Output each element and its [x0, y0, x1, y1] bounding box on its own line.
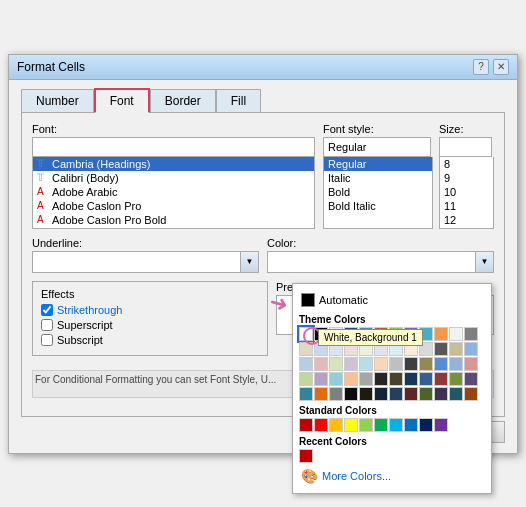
theme-color-swatch[interactable]	[329, 372, 343, 386]
theme-color-swatch[interactable]	[464, 342, 478, 356]
theme-color-swatch[interactable]	[449, 357, 463, 371]
font-icon-caslon-bold: A	[37, 214, 49, 225]
standard-color-swatch[interactable]	[329, 418, 343, 432]
superscript-checkbox[interactable]	[41, 319, 53, 331]
theme-color-swatch[interactable]	[389, 357, 403, 371]
standard-color-swatch[interactable]	[419, 418, 433, 432]
tab-border[interactable]: Border	[150, 89, 216, 114]
list-item[interactable]: Bold	[324, 185, 432, 199]
font-icon-fan-heiti: A	[37, 228, 49, 229]
theme-color-swatch[interactable]	[449, 342, 463, 356]
list-item[interactable]: Bold Italic	[324, 199, 432, 213]
dialog-body: Number Font Border Fill Font: 𝕋 Cambri	[9, 80, 517, 453]
tab-number[interactable]: Number	[21, 89, 94, 114]
standard-color-swatch[interactable]	[434, 418, 448, 432]
standard-color-swatch[interactable]	[374, 418, 388, 432]
theme-color-swatch[interactable]	[434, 327, 448, 341]
theme-color-swatch[interactable]	[449, 387, 463, 401]
recent-color-swatch[interactable]	[299, 449, 313, 463]
font-list[interactable]: 𝕋 Cambria (Headings) 𝕋 Calibri (Body) A …	[32, 157, 315, 229]
list-item[interactable]: Italic	[324, 171, 432, 185]
theme-color-swatch[interactable]	[299, 357, 313, 371]
font-input[interactable]	[32, 137, 315, 157]
theme-color-swatch[interactable]	[329, 357, 343, 371]
theme-color-swatch[interactable]	[344, 387, 358, 401]
list-item[interactable]: 9	[440, 171, 493, 185]
theme-color-swatch[interactable]	[314, 357, 328, 371]
style-list-container: Regular Italic Bold Bold Italic	[323, 137, 433, 229]
list-item[interactable]: 𝕋 Cambria (Headings)	[33, 157, 314, 171]
underline-dropdown-button[interactable]: ▼	[240, 252, 258, 272]
tab-font[interactable]: Font	[94, 88, 150, 113]
list-item[interactable]: 14	[440, 227, 493, 229]
theme-color-swatch[interactable]	[374, 387, 388, 401]
theme-color-swatch[interactable]	[434, 342, 448, 356]
theme-color-swatch[interactable]	[359, 372, 373, 386]
list-item[interactable]: A Adobe Arabic	[33, 185, 314, 199]
theme-color-swatch[interactable]	[299, 342, 313, 356]
theme-color-swatch[interactable]	[359, 357, 373, 371]
theme-color-swatch[interactable]	[419, 387, 433, 401]
style-list[interactable]: Regular Italic Bold Bold Italic	[323, 157, 433, 229]
strikethrough-checkbox[interactable]	[41, 304, 53, 316]
theme-color-swatch[interactable]	[314, 372, 328, 386]
more-colors-icon: 🎨	[301, 468, 318, 484]
theme-color-swatch[interactable]	[464, 387, 478, 401]
list-item[interactable]: 𝕋 Calibri (Body)	[33, 171, 314, 185]
color-label: Color:	[267, 237, 494, 249]
effects-label: Effects	[41, 288, 259, 300]
theme-color-swatch[interactable]	[344, 372, 358, 386]
underline-dropdown[interactable]: ▼	[32, 251, 259, 273]
list-item[interactable]: A Adobe Caslon Pro	[33, 199, 314, 213]
theme-color-swatch[interactable]	[434, 357, 448, 371]
theme-color-swatch[interactable]	[404, 387, 418, 401]
theme-color-swatch[interactable]	[434, 387, 448, 401]
theme-color-swatch[interactable]	[449, 372, 463, 386]
standard-color-swatch[interactable]	[359, 418, 373, 432]
theme-color-swatch[interactable]	[419, 372, 433, 386]
list-item[interactable]: A Adobe Caslon Pro Bold	[33, 213, 314, 227]
size-input[interactable]	[439, 137, 492, 157]
help-button[interactable]: ?	[473, 59, 489, 75]
theme-color-swatch[interactable]	[404, 357, 418, 371]
list-item[interactable]: A Adobe Fan Heiti Std B	[33, 227, 314, 229]
list-item[interactable]: Regular	[324, 157, 432, 171]
standard-color-swatch[interactable]	[299, 418, 313, 432]
theme-color-swatch[interactable]	[404, 372, 418, 386]
tab-fill[interactable]: Fill	[216, 89, 261, 114]
theme-color-swatch[interactable]	[299, 327, 313, 341]
more-colors-option[interactable]: 🎨 More Colors...	[299, 465, 485, 487]
automatic-color-option[interactable]: Automatic	[299, 290, 485, 310]
standard-color-swatch[interactable]	[314, 418, 328, 432]
theme-color-swatch[interactable]	[434, 372, 448, 386]
style-input[interactable]	[323, 137, 431, 157]
theme-color-swatch[interactable]	[374, 357, 388, 371]
color-dropdown-button[interactable]: ▼	[475, 252, 493, 272]
theme-color-swatch[interactable]	[299, 372, 313, 386]
standard-color-swatch[interactable]	[404, 418, 418, 432]
close-button[interactable]: ✕	[493, 59, 509, 75]
size-list[interactable]: 8 9 10 11 12 14	[439, 157, 494, 229]
theme-color-swatch[interactable]	[344, 357, 358, 371]
theme-color-swatch[interactable]	[329, 387, 343, 401]
color-dropdown[interactable]: ▼	[267, 251, 494, 273]
list-item[interactable]: 8	[440, 157, 493, 171]
theme-color-swatch[interactable]	[389, 387, 403, 401]
underline-color-row: Underline: ▼ Color: ▼	[32, 237, 494, 273]
theme-color-swatch[interactable]	[449, 327, 463, 341]
theme-color-swatch[interactable]	[464, 327, 478, 341]
theme-color-swatch[interactable]	[389, 372, 403, 386]
theme-color-swatch[interactable]	[464, 372, 478, 386]
theme-color-swatch[interactable]	[374, 372, 388, 386]
theme-color-swatch[interactable]	[419, 357, 433, 371]
list-item[interactable]: 12	[440, 213, 493, 227]
list-item[interactable]: 11	[440, 199, 493, 213]
theme-color-swatch[interactable]	[359, 387, 373, 401]
subscript-checkbox[interactable]	[41, 334, 53, 346]
theme-color-swatch[interactable]	[299, 387, 313, 401]
theme-color-swatch[interactable]	[464, 357, 478, 371]
standard-color-swatch[interactable]	[389, 418, 403, 432]
standard-color-swatch[interactable]	[344, 418, 358, 432]
theme-color-swatch[interactable]	[314, 387, 328, 401]
list-item[interactable]: 10	[440, 185, 493, 199]
